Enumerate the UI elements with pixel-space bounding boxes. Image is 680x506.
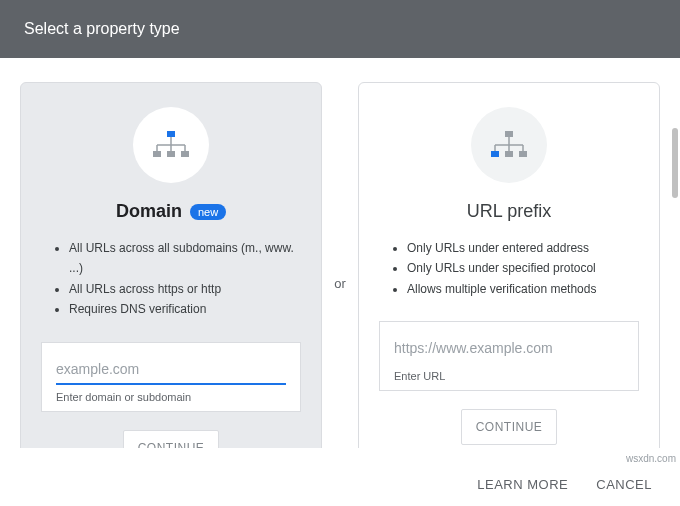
url-input-box: Enter URL [379, 321, 639, 391]
dialog-content: Domain new All URLs across all subdomain… [0, 58, 680, 448]
learn-more-button[interactable]: LEARN MORE [477, 477, 568, 492]
domain-input[interactable] [56, 357, 286, 385]
svg-rect-15 [491, 151, 499, 157]
domain-input-box: Enter domain or subdomain [41, 342, 301, 412]
list-item: Requires DNS verification [69, 299, 301, 319]
cards-row: Domain new All URLs across all subdomain… [0, 58, 680, 448]
cancel-button[interactable]: CANCEL [596, 477, 652, 492]
svg-rect-7 [167, 151, 175, 157]
dialog-footer: LEARN MORE CANCEL [0, 463, 680, 506]
svg-rect-0 [167, 131, 175, 137]
url-prefix-card[interactable]: URL prefix Only URLs under entered addre… [358, 82, 660, 448]
url-hint: Enter URL [394, 370, 624, 382]
scrollbar-thumb[interactable] [672, 128, 678, 198]
domain-continue-button[interactable]: CONTINUE [123, 430, 220, 448]
list-item: All URLs across all subdomains (m., www.… [69, 238, 301, 279]
svg-rect-16 [505, 151, 513, 157]
dialog-header: Select a property type [0, 0, 680, 58]
new-badge: new [190, 204, 226, 220]
url-title-row: URL prefix [467, 201, 551, 222]
url-input[interactable] [394, 336, 624, 364]
url-bullets: Only URLs under entered address Only URL… [379, 238, 639, 299]
list-item: Only URLs under entered address [407, 238, 639, 258]
svg-rect-9 [505, 131, 513, 137]
svg-rect-17 [519, 151, 527, 157]
list-item: All URLs across https or http [69, 279, 301, 299]
domain-title-row: Domain new [116, 201, 226, 222]
svg-rect-8 [181, 151, 189, 157]
url-continue-button[interactable]: CONTINUE [461, 409, 558, 445]
domain-icon [133, 107, 209, 183]
dialog-title: Select a property type [24, 20, 180, 37]
domain-card[interactable]: Domain new All URLs across all subdomain… [20, 82, 322, 448]
separator: or [322, 82, 358, 448]
domain-bullets: All URLs across all subdomains (m., www.… [41, 238, 301, 320]
svg-rect-6 [153, 151, 161, 157]
url-prefix-icon [471, 107, 547, 183]
url-title: URL prefix [467, 201, 551, 222]
domain-title: Domain [116, 201, 182, 222]
separator-label: or [334, 276, 346, 291]
list-item: Allows multiple verification methods [407, 279, 639, 299]
list-item: Only URLs under specified protocol [407, 258, 639, 278]
domain-hint: Enter domain or subdomain [56, 391, 286, 403]
